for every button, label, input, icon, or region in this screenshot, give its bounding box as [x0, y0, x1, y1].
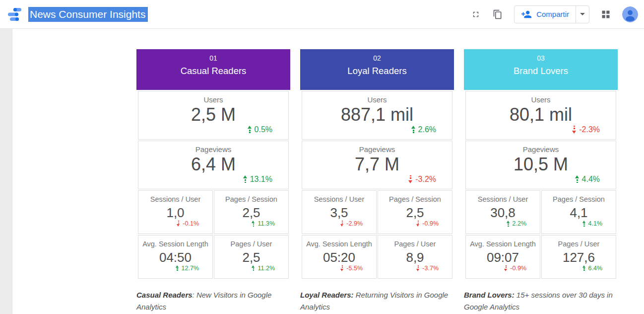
app-header: News Consumer Insights Compartir [0, 0, 644, 29]
data-studio-logo-icon[interactable] [7, 7, 24, 22]
metric-sessions-per-user: Sessions / User 3,5 -2.9% [302, 190, 377, 234]
metric-change: 2.6% [302, 125, 452, 134]
metric-value: 7,7 M [302, 154, 452, 175]
metric-change: 0.5% [138, 125, 288, 134]
trend-arrow-icon [340, 221, 344, 227]
metric-change: -0.9% [466, 265, 540, 272]
metric-change-value: 11.2% [258, 265, 275, 272]
metric-value: 8,9 [378, 249, 452, 265]
share-button-group: Compartir [514, 5, 589, 23]
metric-change-value: -3.7% [422, 265, 439, 272]
metric-value: 80,1 mil [466, 104, 616, 125]
share-options-dropdown[interactable] [576, 6, 589, 23]
metric-value: 10,5 M [466, 154, 616, 175]
card-number: 03 [464, 49, 618, 62]
fullscreen-icon [471, 10, 480, 19]
trend-arrow-icon [411, 126, 416, 134]
chevron-down-icon [580, 13, 585, 15]
card-footnote: Loyal Readers: Returning Visitors in Goo… [300, 289, 450, 313]
metric-change-value: 0.5% [255, 125, 272, 134]
metric-change-value: 13.1% [250, 175, 272, 184]
metric-change-value: 11.3% [258, 220, 275, 227]
copy-report-button[interactable] [492, 8, 504, 20]
metric-change: -2.3% [466, 125, 616, 134]
person-icon [622, 6, 638, 22]
metric-change-value: -0.9% [422, 220, 439, 227]
footnote-term: Loyal Readers: [300, 291, 354, 299]
scorecard-brand-lovers: 03 Brand Lovers Users 80,1 mil -2.3% Pag… [464, 49, 618, 279]
metric-label: Pages / User [542, 240, 616, 248]
scorecard-casual-readers: 01 Casual Readers Users 2,5 M 0.5% Pagev… [136, 49, 290, 279]
metric-label: Users [302, 95, 452, 104]
metric-label: Pages / Session [378, 195, 452, 203]
card-metrics: Users 887,1 mil 2.6% Pageviews 7,7 M -3.… [300, 91, 454, 279]
metric-label: Users [466, 95, 616, 104]
trend-arrow-icon [572, 126, 577, 134]
metric-value: 127,6 [542, 249, 616, 265]
user-avatar[interactable] [622, 6, 638, 22]
metric-change-value: -3.2% [415, 175, 436, 184]
metric-users: Users 2,5 M 0.5% [138, 91, 289, 140]
metric-label: Pages / User [378, 240, 452, 248]
metric-value: 2,5 [378, 205, 452, 221]
metric-avg-session-length: Avg. Session Length 04:50 12.7% [138, 235, 213, 279]
fullscreen-button[interactable] [470, 9, 481, 20]
metric-change: -3.7% [378, 265, 452, 272]
metric-change-value: -0.1% [183, 220, 199, 227]
report-title[interactable]: News Consumer Insights [28, 8, 148, 20]
metric-label: Pages / Session [542, 195, 616, 203]
apps-grid-button[interactable] [600, 8, 612, 20]
trend-arrow-icon [340, 265, 344, 271]
metric-change: 4.4% [466, 175, 616, 184]
header-actions: Compartir [470, 5, 638, 23]
metric-sessions-per-user: Sessions / User 30,8 2.2% [465, 190, 540, 234]
metric-value: 4,1 [542, 205, 616, 221]
metric-value: 3,5 [302, 205, 376, 221]
metric-value: 1,0 [138, 205, 212, 221]
trend-arrow-icon [248, 126, 252, 134]
trend-arrow-icon [504, 265, 508, 271]
share-button[interactable]: Compartir [515, 6, 576, 23]
trend-arrow-icon [408, 175, 413, 183]
metric-value: 09:07 [466, 249, 540, 265]
apps-grid-icon [601, 9, 611, 19]
metric-change: -3.2% [302, 175, 452, 184]
card-number: 02 [300, 49, 454, 62]
metric-label: Sessions / User [138, 195, 212, 203]
metric-change: 6.4% [542, 265, 616, 272]
metric-pageviews: Pageviews 7,7 M -3.2% [302, 141, 452, 189]
card-number: 01 [136, 49, 290, 62]
metric-change-value: -2.3% [579, 125, 600, 134]
metric-label: Pageviews [138, 145, 288, 154]
metric-label: Pageviews [466, 145, 616, 154]
card-header: 03 Brand Lovers [464, 49, 618, 90]
scorecard-loyal-readers: 02 Loyal Readers Users 887,1 mil 2.6% Pa… [300, 49, 454, 279]
metric-pages-per-session: Pages / Session 2,5 11.3% [214, 190, 289, 234]
card-title: Casual Readers [136, 66, 290, 77]
trend-arrow-icon [416, 221, 420, 227]
metric-change-value: -0.9% [510, 265, 526, 272]
canvas-left-margin [0, 29, 12, 314]
metric-label: Avg. Session Length [302, 240, 376, 248]
segment-column-casual-readers: 01 Casual Readers Users 2,5 M 0.5% Pagev… [136, 49, 290, 313]
card-header: 01 Casual Readers [136, 49, 290, 90]
trend-arrow-icon [176, 265, 179, 271]
metric-change-value: 12.7% [182, 265, 199, 272]
card-header: 02 Loyal Readers [300, 49, 454, 90]
metric-avg-session-length: Avg. Session Length 09:07 -0.9% [465, 235, 540, 279]
footnote-term: Casual Readers [136, 291, 193, 299]
metric-value: 05:20 [302, 249, 376, 265]
report-canvas: 01 Casual Readers Users 2,5 M 0.5% Pagev… [0, 29, 644, 314]
metric-change: 4.1% [542, 220, 616, 227]
trend-arrow-icon [252, 221, 255, 227]
metric-change: -5.5% [302, 265, 376, 272]
trend-arrow-icon [582, 265, 586, 271]
trend-arrow-icon [582, 221, 586, 227]
metric-users: Users 887,1 mil 2.6% [302, 91, 452, 140]
metric-label: Pages / Session [214, 195, 288, 203]
metric-value: 30,8 [466, 205, 540, 221]
metric-pages-per-session: Pages / Session 2,5 -0.9% [378, 190, 452, 234]
metric-label: Pageviews [302, 145, 452, 154]
metric-pageviews: Pageviews 6,4 M 13.1% [138, 141, 289, 189]
metric-label: Sessions / User [302, 195, 376, 203]
